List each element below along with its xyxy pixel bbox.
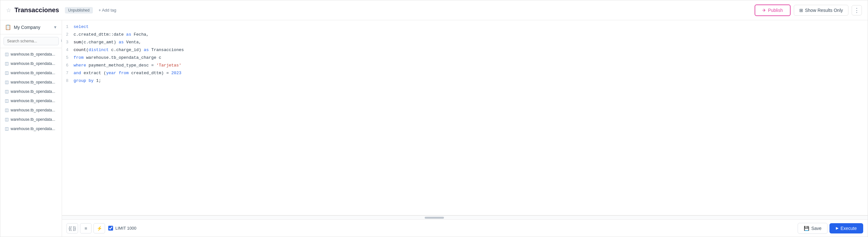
schema-label: warehouse.tb_opendata...: [10, 61, 55, 66]
list-item[interactable]: ◫ warehouse.tb_opendata...: [0, 124, 62, 133]
list-item[interactable]: ◫ warehouse.tb_opendata...: [0, 96, 62, 105]
save-icon: 💾: [804, 226, 809, 231]
schema-label: warehouse.tb_opendata...: [10, 127, 55, 131]
header: ☆ Transacciones Unpublished + Add tag ✈ …: [0, 0, 868, 20]
schema-label: warehouse.tb_opendata...: [10, 89, 55, 94]
code-line-8: 8 group by 1;: [62, 78, 868, 86]
code-line-4: 4 count(distinct c.charge_id) as Transac…: [62, 47, 868, 55]
line-number: 3: [62, 40, 73, 45]
list-item[interactable]: ◫ warehouse.tb_opendata...: [0, 87, 62, 96]
line-number: 7: [62, 71, 73, 75]
line-number: 4: [62, 47, 73, 52]
line-content: c.created_dttm::date as Fecha,: [73, 32, 149, 37]
code-line-2: 2 c.created_dttm::date as Fecha,: [62, 32, 868, 39]
limit-area: LIMIT 1000: [108, 226, 136, 231]
horizontal-scrollbar[interactable]: [62, 215, 868, 219]
schema-label: warehouse.tb_opendata...: [10, 108, 55, 112]
line-number: 1: [62, 24, 73, 29]
line-content: group by 1;: [73, 78, 101, 83]
save-label: Save: [811, 226, 822, 231]
main-area: 📋 My Company ▼ ↻ ◫ warehouse.tb_opendata…: [0, 20, 868, 237]
table-icon: ◫: [5, 98, 9, 103]
schema-label: warehouse.tb_opendata...: [10, 52, 55, 57]
line-number: 6: [62, 63, 73, 68]
code-line-7: 7 and extract (year from created_dttm) =…: [62, 70, 868, 78]
table-icon: ◫: [5, 89, 9, 94]
company-icon: 📋: [5, 24, 11, 30]
list-item[interactable]: ◫ warehouse.tb_opendata...: [0, 115, 62, 124]
line-content: where payment_method_type_desc = 'Tarjet…: [73, 63, 181, 68]
list-item[interactable]: ◫ warehouse.tb_opendata...: [0, 49, 62, 59]
table-icon: ◫: [5, 108, 9, 112]
search-area: ↻: [0, 34, 62, 48]
schema-label: warehouse.tb_opendata...: [10, 80, 55, 84]
show-results-button[interactable]: ⊞ Show Results Only: [794, 5, 848, 16]
show-results-label: Show Results Only: [805, 8, 843, 13]
table-icon: ◫: [5, 126, 9, 131]
execute-label: Execute: [840, 226, 857, 231]
code-line-1: 1 select: [62, 24, 868, 32]
execute-button[interactable]: ▶ Execute: [830, 223, 863, 234]
code-line-6: 6 where payment_method_type_desc = 'Tarj…: [62, 63, 868, 70]
table-results-icon: ⊞: [799, 8, 803, 13]
page-title: Transacciones: [14, 6, 59, 14]
list-item[interactable]: ◫ warehouse.tb_opendata...: [0, 59, 62, 68]
schema-label: warehouse.tb_opendata...: [10, 99, 55, 103]
company-selector[interactable]: 📋 My Company ▼: [0, 20, 62, 34]
execute-icon: ▶: [836, 226, 838, 230]
unpublished-badge: Unpublished: [65, 7, 93, 13]
line-content: sum(c.charge_amt) as Venta,: [73, 40, 141, 45]
publish-label: Publish: [768, 8, 783, 13]
line-content: count(distinct c.charge_id) as Transacci…: [73, 47, 184, 52]
save-button[interactable]: 💾 Save: [798, 223, 828, 234]
format-button[interactable]: ≡: [80, 223, 92, 234]
schema-list: ◫ warehouse.tb_opendata... ◫ warehouse.t…: [0, 48, 62, 237]
list-item[interactable]: ◫ warehouse.tb_opendata...: [0, 77, 62, 87]
line-number: 5: [62, 55, 73, 60]
line-number: 2: [62, 32, 73, 37]
line-content: and extract (year from created_dttm) = 2…: [73, 71, 182, 75]
company-name: My Company: [14, 25, 51, 30]
add-tag-button[interactable]: + Add tag: [96, 7, 119, 13]
more-options-button[interactable]: ⋮: [851, 5, 862, 15]
schema-label: warehouse.tb_opendata...: [10, 71, 55, 75]
chevron-down-icon: ▼: [53, 25, 57, 30]
publish-plane-icon: ✈: [762, 8, 766, 13]
list-item[interactable]: ◫ warehouse.tb_opendata...: [0, 68, 62, 77]
search-input[interactable]: [3, 37, 59, 45]
sidebar: 📋 My Company ▼ ↻ ◫ warehouse.tb_opendata…: [0, 20, 62, 237]
template-button[interactable]: {{ }}: [66, 223, 78, 234]
publish-button[interactable]: ✈ Publish: [754, 4, 790, 16]
app-container: ☆ Transacciones Unpublished + Add tag ✈ …: [0, 0, 868, 237]
limit-checkbox[interactable]: [108, 226, 113, 231]
bottom-toolbar: {{ }} ≡ ⚡ LIMIT 1000 💾 Save ▶: [62, 219, 868, 237]
table-icon: ◫: [5, 70, 9, 75]
template-icon: {{ }}: [69, 226, 76, 231]
bolt-icon: ⚡: [97, 226, 102, 231]
table-icon: ◫: [5, 117, 9, 122]
code-line-5: 5 from warehouse.tb_opendata_charge c: [62, 55, 868, 63]
table-icon: ◫: [5, 52, 9, 57]
line-content: from warehouse.tb_opendata_charge c: [73, 55, 161, 60]
code-line-3: 3 sum(c.charge_amt) as Venta,: [62, 39, 868, 47]
format-icon: ≡: [85, 226, 87, 231]
table-icon: ◫: [5, 80, 9, 84]
scroll-thumb: [425, 217, 444, 219]
code-editor[interactable]: 1 select 2 c.created_dttm::date as Fecha…: [62, 20, 868, 215]
editor-area: 1 select 2 c.created_dttm::date as Fecha…: [62, 20, 868, 237]
line-content: select: [73, 24, 89, 29]
list-item[interactable]: ◫ warehouse.tb_opendata...: [0, 105, 62, 115]
star-icon[interactable]: ☆: [6, 7, 11, 14]
bolt-button[interactable]: ⚡: [93, 223, 105, 234]
line-number: 8: [62, 78, 73, 83]
schema-label: warehouse.tb_opendata...: [10, 117, 55, 122]
limit-label: LIMIT 1000: [115, 226, 136, 231]
more-icon: ⋮: [854, 7, 860, 14]
table-icon: ◫: [5, 61, 9, 66]
